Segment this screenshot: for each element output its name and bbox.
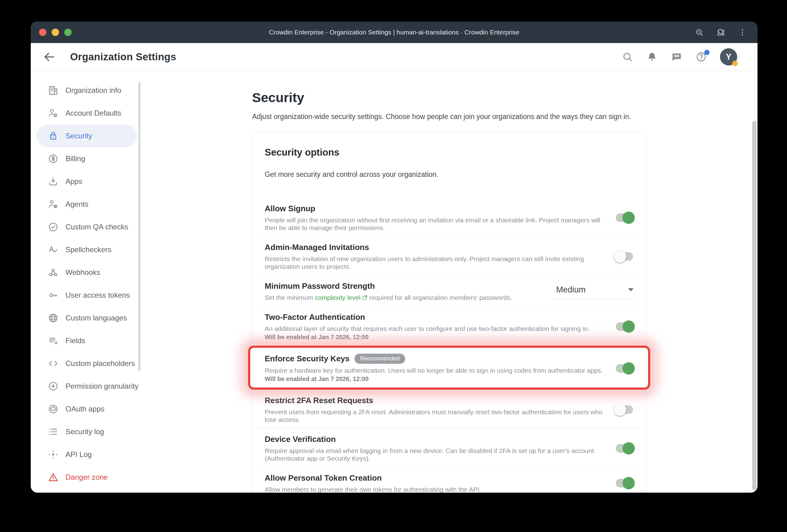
section-subtitle: Adjust organization-wide security settin… [252,112,758,121]
sidebar-item-label: Webhooks [65,268,100,277]
extensions-icon[interactable] [716,28,725,37]
sidebar-item-label: Organization info [65,86,121,95]
close-button[interactable] [39,28,46,36]
cloud-circle-icon [48,403,59,414]
setting-title: Allow Signup [265,204,315,213]
messages-icon[interactable] [671,51,682,63]
help-button[interactable] [695,51,707,63]
maximize-button[interactable] [64,28,72,36]
setting-description: Allow members to generate their own toke… [265,486,603,493]
setting-title: Two-Factor Authentication [265,312,365,322]
sidebar-item-label: Agents [65,200,88,209]
sidebar-item-spellcheckers[interactable]: Spellcheckers [36,238,137,261]
toggle-knob [622,477,635,489]
setting-title: Allow Personal Token Creation [265,473,382,483]
minimize-button[interactable] [52,28,59,36]
avatar[interactable]: Y [720,48,737,65]
sidebar-item-security[interactable]: Security [36,125,137,147]
warning-icon [48,472,59,483]
avatar-status-dot [732,61,738,66]
sidebar-item-account-defaults[interactable]: Account Defaults [36,102,137,125]
allow-personal-token-creation-toggle[interactable] [616,479,633,487]
device-verification-toggle[interactable] [616,444,633,453]
toggle-knob [622,442,635,454]
sidebar-item-custom-placeholders[interactable]: Custom placeholders [36,352,137,375]
toggle-knob [614,403,626,416]
browser-titlebar: Crowdin Enterprise - Organization Settin… [31,22,758,43]
settings-row-allow-signup: Allow Signup People will join the organi… [252,198,646,236]
sidebar-scrollbar[interactable] [139,82,141,371]
sidebar-item-label: Security log [65,427,104,436]
list-icon [48,426,59,437]
settings-row-minimum-password-strength: Minimum Password Strength Set the minimu… [252,275,646,306]
browser-menu-icon[interactable] [738,28,747,37]
settings-row-two-factor-authentication: Two-Factor Authentication An additional … [252,306,646,346]
toggle-knob [614,250,626,263]
code-icon [48,358,59,369]
setting-title: Device Verification [265,434,336,444]
page-title: Organization Settings [70,51,176,63]
section-title: Security [252,90,758,105]
card-title: Security options [252,147,646,158]
spellcheck-icon [48,244,59,255]
setting-title: Minimum Password Strength [265,281,375,291]
sidebar-item-webhooks[interactable]: Webhooks [36,261,137,284]
settings-row-restrict-2fa-reset-requests: Restrict 2FA Reset Requests Prevent user… [252,390,646,428]
sidebar-item-custom-languages[interactable]: Custom languages [36,306,137,329]
restrict-2fa-reset-requests-toggle[interactable] [616,405,633,414]
sidebar-item-api-log[interactable]: API Log [36,443,137,466]
setting-title: Enforce Security Keys [265,354,349,363]
two-factor-authentication-toggle[interactable] [616,322,633,331]
sidebar-item-label: OAuth apps [65,405,105,413]
sidebar-item-label: Custom languages [65,314,127,322]
zoom-out-icon[interactable] [695,28,704,37]
minimum-password-strength-select[interactable]: Medium [554,283,634,299]
user-cube-icon [48,199,59,210]
sidebar-item-label: Permission granularity [65,382,139,390]
building-icon [48,85,59,96]
admin-managed-invitations-toggle[interactable] [616,252,633,261]
setting-description: Set the minimum complexity level require… [265,294,542,301]
setting-description: Require a hardware key for authenticatio… [265,366,603,374]
sidebar-item-organization-info[interactable]: Organization info [36,79,137,102]
sidebar-item-oauth-apps[interactable]: OAuth apps [36,398,137,420]
toggle-knob [622,320,635,333]
select-value: Medium [556,285,586,295]
back-button[interactable] [42,50,56,64]
toggle-knob [622,212,635,224]
sidebar-item-label: Spellcheckers [65,246,111,254]
sidebar-item-security-log[interactable]: Security log [36,420,137,443]
check-circle-icon [48,221,59,233]
sidebar-item-permission-granularity[interactable]: Permission granularity [36,375,137,398]
sidebar-item-billing[interactable]: Billing [36,147,137,170]
page-scrollbar[interactable] [752,121,757,490]
settings-row-enforce-security-keys: Enforce Security KeysRecommended Require… [248,346,650,390]
avatar-initial: Y [726,52,731,62]
setting-description: Restricts the invitation of new organiza… [265,255,603,270]
notifications-icon[interactable] [646,51,658,63]
traffic-lights [31,28,72,36]
enforce-security-keys-toggle[interactable] [616,364,633,373]
sidebar-item-fields[interactable]: Fields [36,329,137,352]
setting-title: Admin-Managed Invitations [265,242,369,252]
security-options-card: Security options Get more security and c… [252,132,646,493]
sidebar-item-custom-qa-checks[interactable]: Custom QA checks [36,216,137,238]
help-badge-dot [704,50,709,55]
setting-description: Prevent users from requesting a 2FA rese… [265,408,603,423]
sidebar-item-label: Security [65,132,92,140]
search-icon[interactable] [622,51,633,63]
download-icon [48,176,59,187]
setting-note: Will be enabled at Jan 7 2026, 12:00 [265,375,603,383]
setting-description: An additional layer of security that req… [265,325,603,333]
plus-circle-icon [48,381,59,392]
settings-row-device-verification: Device Verification Require approval via… [252,428,646,467]
complexity-level-link[interactable]: complexity level [315,294,360,301]
main-content: Security Adjust organization-wide securi… [142,71,758,493]
sidebar-item-user-access-tokens[interactable]: User access tokens [36,284,137,306]
allow-signup-toggle[interactable] [616,213,633,222]
sidebar-item-danger-zone[interactable]: Danger zone [36,466,137,489]
key-icon [48,290,59,301]
sidebar-item-apps[interactable]: Apps [36,170,137,193]
setting-title: Restrict 2FA Reset Requests [265,396,373,405]
sidebar-item-agents[interactable]: Agents [36,193,137,216]
